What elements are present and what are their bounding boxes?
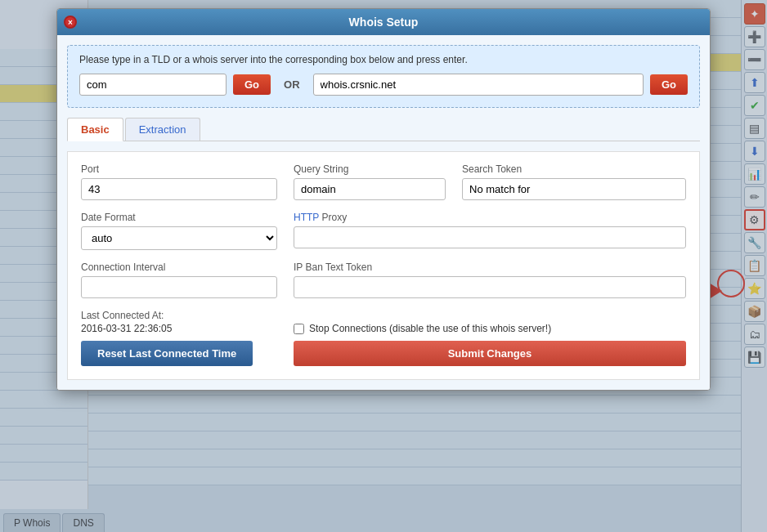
date-format-label: Date Format [81, 212, 277, 223]
search-token-group: Search Token [462, 163, 686, 200]
ip-ban-group: IP Ban Text Token [294, 262, 686, 298]
or-label: OR [284, 78, 300, 91]
query-string-input[interactable] [294, 178, 446, 200]
submit-group: Stop Connections (disable the use of thi… [294, 323, 686, 366]
submit-changes-button[interactable]: Submit Changes [294, 341, 686, 366]
server-input[interactable] [313, 74, 644, 96]
port-input[interactable] [81, 178, 277, 200]
last-connected-value: 2016-03-31 22:36:05 [81, 323, 277, 334]
search-token-input[interactable] [462, 178, 686, 200]
form-area: Port Query String Search Token [67, 151, 700, 380]
port-label: Port [81, 163, 277, 175]
last-connected-group: Last Connected At: 2016-03-31 22:36:05 R… [81, 310, 277, 366]
modal-body: Please type in a TLD or a whois server i… [57, 35, 710, 390]
port-group: Port [81, 163, 277, 200]
connection-interval-label: Connection Interval [81, 262, 277, 273]
input-row: Go OR Go [79, 74, 688, 96]
bottom-form-row: Last Connected At: 2016-03-31 22:36:05 R… [81, 310, 686, 366]
form-row-2: Date Format auto manual HTTP Proxy [81, 212, 686, 250]
proxy-label: Proxy [319, 212, 347, 223]
query-string-label: Query String [294, 163, 446, 175]
instruction-text: Please type in a TLD or a whois server i… [79, 54, 688, 65]
http-proxy-input[interactable] [294, 226, 686, 248]
modal-overlay: × Whois Setup Please type in a TLD or a … [0, 0, 767, 532]
stop-connections-label: Stop Connections (disable the use of thi… [309, 323, 551, 334]
connection-interval-input[interactable] [81, 276, 277, 298]
modal-titlebar: × Whois Setup [57, 9, 710, 35]
ip-ban-input[interactable] [294, 276, 686, 298]
http-proxy-group: HTTP Proxy [294, 212, 686, 250]
reset-last-connected-button[interactable]: Reset Last Connected Time [81, 341, 253, 366]
query-string-group: Query String [294, 163, 446, 200]
instruction-box: Please type in a TLD or a whois server i… [67, 45, 700, 108]
date-format-group: Date Format auto manual [81, 212, 277, 250]
tld-input[interactable] [79, 74, 227, 96]
http-proxy-label: HTTP Proxy [294, 212, 686, 223]
form-row-1: Port Query String Search Token [81, 163, 686, 200]
search-token-label: Search Token [462, 163, 686, 175]
tab-basic[interactable]: Basic [67, 118, 123, 141]
tab-bar: Basic Extraction [67, 118, 700, 141]
form-row-3: Connection Interval IP Ban Text Token [81, 262, 686, 298]
server-go-button[interactable]: Go [650, 74, 688, 95]
ip-ban-label: IP Ban Text Token [294, 262, 686, 273]
modal-title: Whois Setup [349, 16, 419, 29]
last-connected-label: Last Connected At: [81, 310, 277, 321]
tab-extraction[interactable]: Extraction [125, 118, 200, 141]
stop-connections-row: Stop Connections (disable the use of thi… [294, 323, 686, 334]
date-format-select[interactable]: auto manual [81, 226, 277, 250]
modal-close-btn[interactable]: × [64, 16, 77, 29]
whois-setup-modal: × Whois Setup Please type in a TLD or a … [56, 8, 711, 391]
http-label: HTTP [294, 212, 319, 223]
stop-connections-checkbox[interactable] [294, 324, 304, 334]
connection-interval-group: Connection Interval [81, 262, 277, 298]
tld-go-button[interactable]: Go [233, 74, 271, 95]
